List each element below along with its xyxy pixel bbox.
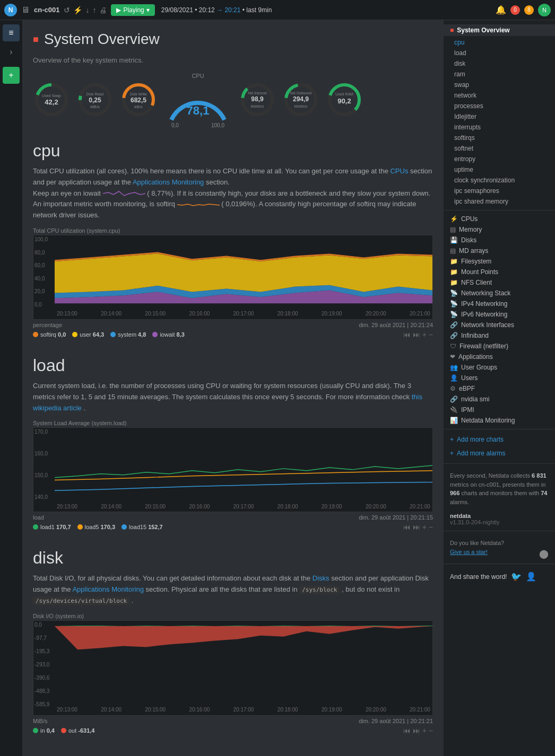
cpu-legend: softirq 0,0 user 64,3 system 4,8 iowait … [33,330,433,339]
sidebar-group-nvidia[interactable]: 🔗 nvidia smi [444,394,555,405]
disk-chart[interactable]: 0,0-97,7-195,3-293,0-390,6-488,3-585,9-6… [33,620,433,716]
monitor-icon[interactable]: 🖥 [21,5,30,15]
sidebar-item-interrupts[interactable]: interrupts [444,122,555,133]
play-icon: ▶ [116,6,121,14]
github-star-link[interactable]: Give us a star! [450,549,488,555]
sidebar-item-ram[interactable]: ram [444,69,555,80]
warn-badge: 8 [524,5,534,15]
sidebar-group-applications[interactable]: ❤ Applications [444,351,555,362]
sidebar-item-softirqs[interactable]: softirqs [444,133,555,143]
sidebar-nav-items: cpu load disk ram swap network processes… [444,37,555,207]
load-chart[interactable]: 170,0160,0150,0140,0 20:13:0020:14:0020:… [33,427,433,512]
load15-dot [122,524,127,530]
left-sidebar-expand[interactable]: › [3,43,20,60]
svg-text:90,2: 90,2 [337,97,351,105]
load-reset-icon[interactable]: + [422,523,427,531]
gauge-disk-read: Disk Read 0,25 MB/s [76,81,114,120]
sidebar-item-ipc-shm[interactable]: ipc shared memory [444,196,555,207]
sidebar-item-network[interactable]: network [444,90,555,101]
sidebar-group-firewall[interactable]: 🛡 Firewall (netfilter) [444,341,555,351]
load-zoom-in-icon[interactable]: ⏮ [403,523,411,531]
ebpf-icon: ⚙ [450,385,456,392]
gauge-disk-write: Disk Write 682,5 kB/s [120,81,157,120]
sidebar-item-processes[interactable]: processes [444,101,555,111]
disk-reset-icon[interactable]: + [422,726,427,735]
sidebar-group-filesystem[interactable]: 📁 Filesystem [444,256,555,267]
left-sidebar-add[interactable]: + [3,67,20,84]
sidebar-group-netstack[interactable]: 📡 Networking Stack [444,288,555,298]
sidebar-group-ebpf[interactable]: ⚙ eBPF [444,383,555,394]
app-logo[interactable]: N [4,4,17,16]
sidebar-group-usergroups[interactable]: 👥 User Groups [444,362,555,373]
disk-description: Total Disk I/O, for all physical disks. … [33,573,433,606]
sidebar-group-memory[interactable]: ▤ Memory [444,224,555,235]
sidebar-group-netif[interactable]: 🔗 Network Interfaces [444,320,555,330]
disk-section: disk Total Disk I/O, for all physical di… [33,548,433,734]
upload-icon[interactable]: ↑ [92,6,96,14]
user-avatar[interactable]: N [538,4,551,16]
left-sidebar-overview[interactable]: ≡ [3,24,20,41]
disk-apps-link[interactable]: Applications Monitoring [72,585,143,593]
bell-icon[interactable]: 🔔 [496,5,506,15]
sidebar-item-disk[interactable]: disk [444,58,555,69]
sidebar-item-load[interactable]: load [444,48,555,58]
fullscreen-icon[interactable]: − [429,330,433,339]
sidebar-group-md[interactable]: ▤ MD arrays [444,245,555,256]
sidebar-item-ipc-sem[interactable]: ipc semaphores [444,186,555,196]
sidebar-item-idlejitter[interactable]: Idlejitter [444,111,555,122]
sidebar-group-nfs[interactable]: 📁 NFS Client [444,277,555,288]
sidebar-item-uptime[interactable]: uptime [444,164,555,175]
netdata-mon-icon: 📊 [450,417,458,424]
cpus-link[interactable]: CPUs [390,167,408,175]
nvidia-icon: 🔗 [450,395,458,403]
sidebar-group-netdata-mon[interactable]: 📊 Netdata Monitoring [444,415,555,426]
github-icon[interactable]: ⬤ [539,548,549,560]
left-sidebar: ≡ › + [0,20,22,756]
sidebar-group-ipv4[interactable]: 📡 IPv4 Networking [444,298,555,309]
netstack-icon: 📡 [450,289,458,297]
disk-section-title: disk [33,548,433,568]
disk-zoom-in-icon[interactable]: ⏮ [403,726,411,735]
sidebar-item-entropy[interactable]: entropy [444,154,555,164]
download-icon[interactable]: ↓ [85,6,89,14]
zoom-in-icon[interactable]: ⏮ [403,330,411,339]
add-alarms-button[interactable]: + Add more alarms [444,446,555,460]
facebook-icon[interactable]: 👤 [526,572,536,582]
disks-link[interactable]: Disks [313,574,329,582]
sysdevices-code: /sys/devices/virtual/block [33,597,129,605]
sidebar-item-softnet[interactable]: softnet [444,143,555,154]
lightning-icon[interactable]: ⚡ [73,6,82,14]
legend-disk-in: in 0,4 [33,726,55,735]
sidebar-group-disks[interactable]: 💾 Disks [444,235,555,245]
cpu-chart[interactable]: 100,080,060,040,020,00,0 [33,235,433,320]
fs-icon: 📁 [450,258,458,265]
refresh-icon[interactable]: ↺ [64,6,70,14]
zoom-out-icon[interactable]: ⏭ [413,330,420,339]
sidebar-group-cpus[interactable]: ⚡ CPUs [444,214,555,224]
disk-zoom-out-icon[interactable]: ⏭ [413,726,420,735]
sidebar-item-swap[interactable]: swap [444,80,555,90]
ipmi-icon: 🔌 [450,406,458,414]
svg-text:kilobits/s: kilobits/s [251,104,265,108]
disk-fullscreen-icon[interactable]: − [429,726,433,735]
sidebar-item-clock-sync[interactable]: clock synchronization [444,175,555,186]
sidebar-group-ipv6[interactable]: 📡 IPv6 Networking [444,309,555,320]
hostname: cn-c001 [34,6,59,14]
apps-monitoring-link[interactable]: Applications Monitoring [133,178,204,186]
svg-text:Net Inbound: Net Inbound [248,91,267,95]
load-legend: load1 170,7 load5 170,3 load15 152,7 ⏮ ⏭… [33,523,433,531]
playing-button[interactable]: ▶ Playing ▾ [111,4,154,16]
add-charts-button[interactable]: + Add more charts [444,433,555,446]
load-fullscreen-icon[interactable]: − [429,523,433,531]
reset-icon[interactable]: + [422,330,427,339]
memory-icon: ▤ [450,226,456,233]
print-icon[interactable]: 🖨 [99,6,107,14]
load-zoom-out-icon[interactable]: ⏭ [413,523,420,531]
sidebar-group-mount[interactable]: 📁 Mount Points [444,267,555,277]
sidebar-group-ipmi[interactable]: 🔌 IPMI [444,405,555,415]
cpu-chart-inner [55,235,432,309]
sidebar-group-infiniband[interactable]: 🔗 Infiniband [444,330,555,341]
twitter-icon[interactable]: 🐦 [511,572,522,582]
sidebar-item-cpu[interactable]: cpu [444,37,555,48]
sidebar-group-users[interactable]: 👤 Users [444,373,555,383]
